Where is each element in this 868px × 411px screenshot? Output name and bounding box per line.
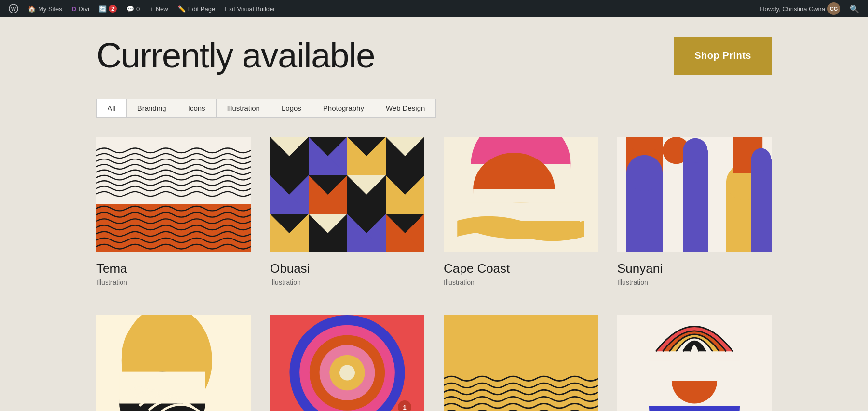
- item-category-sunyani: Illustration: [617, 278, 772, 286]
- thumbnail-obuasi: [270, 137, 424, 252]
- comments-count: 0: [136, 5, 140, 13]
- portfolio-item-6[interactable]: 1: [270, 315, 424, 411]
- svg-point-56: [683, 138, 707, 163]
- plus-icon: +: [149, 5, 153, 13]
- my-sites-icon: 🏠: [28, 5, 36, 13]
- divi-icon: D: [72, 5, 76, 13]
- updates-icon: 🔄: [99, 5, 107, 13]
- filter-tab-all[interactable]: All: [97, 99, 127, 117]
- svg-rect-79: [672, 358, 717, 381]
- admin-bar: W 🏠 My Sites D Divi 🔄 2 💬 0 + New ✏️ Edi…: [0, 0, 868, 17]
- main-content: Currently available Shop Prints All Bran…: [0, 17, 868, 411]
- portfolio-item-5[interactable]: [96, 315, 251, 411]
- thumbnail-cape-coast: [444, 137, 598, 252]
- new-label: New: [156, 5, 168, 13]
- svg-point-52: [626, 155, 663, 191]
- item-title-obuasi: Obuasi: [270, 261, 424, 276]
- thumbnail-7: [444, 315, 598, 411]
- page-title: Currently available: [96, 37, 375, 75]
- pencil-icon: ✏️: [178, 5, 186, 13]
- my-sites-button[interactable]: 🏠 My Sites: [23, 0, 67, 17]
- item-title-sunyani: Sunyani: [617, 261, 772, 276]
- item-category-cape-coast: Illustration: [444, 278, 598, 286]
- svg-text:W: W: [11, 6, 16, 12]
- thumbnail-tema: [96, 137, 251, 252]
- comments-button[interactable]: 💬 0: [122, 0, 145, 17]
- thumbnail-6: 1: [270, 315, 424, 411]
- portfolio-grid: Tema Illustration: [96, 137, 772, 411]
- portfolio-item-tema[interactable]: Tema Illustration: [96, 137, 251, 286]
- wp-logo-button[interactable]: W: [4, 0, 23, 17]
- filter-tab-illustration[interactable]: Illustration: [217, 99, 271, 117]
- portfolio-item-7[interactable]: [444, 315, 598, 411]
- item-category-obuasi: Illustration: [270, 278, 424, 286]
- svg-rect-61: [751, 159, 772, 252]
- user-greeting[interactable]: Howdy, Christina Gwira CG: [755, 2, 845, 15]
- thumbnail-8: [617, 315, 772, 411]
- exit-visual-builder-button[interactable]: Exit Visual Builder: [220, 0, 280, 17]
- svg-point-73: [339, 365, 355, 381]
- shop-prints-button[interactable]: Shop Prints: [674, 37, 772, 75]
- avatar: CG: [827, 2, 840, 15]
- my-sites-label: My Sites: [38, 5, 62, 13]
- portfolio-item-8[interactable]: [617, 315, 772, 411]
- filter-tab-icons[interactable]: Icons: [177, 99, 217, 117]
- comments-icon: 💬: [126, 5, 134, 13]
- edit-page-label: Edit Page: [188, 5, 215, 13]
- filter-tab-web-design[interactable]: Web Design: [375, 99, 435, 117]
- exit-vb-label: Exit Visual Builder: [225, 5, 275, 13]
- portfolio-item-obuasi[interactable]: Obuasi Illustration: [270, 137, 424, 286]
- divi-button[interactable]: D Divi: [67, 0, 94, 17]
- admin-bar-right: Howdy, Christina Gwira CG 🔍: [755, 2, 864, 15]
- item-title-cape-coast: Cape Coast: [444, 261, 598, 276]
- svg-rect-55: [683, 150, 708, 252]
- item-category-tema: Illustration: [96, 278, 251, 286]
- thumbnail-5: [96, 315, 251, 411]
- divi-label: Divi: [79, 5, 89, 13]
- svg-rect-57: [708, 137, 726, 252]
- edit-page-button[interactable]: ✏️ Edit Page: [173, 0, 220, 17]
- portfolio-item-sunyani[interactable]: Sunyani Illustration: [617, 137, 772, 286]
- item-title-tema: Tema: [96, 261, 251, 276]
- page-header: Currently available Shop Prints: [96, 37, 772, 75]
- updates-button[interactable]: 🔄 2: [94, 0, 122, 17]
- filter-tabs: All Branding Icons Illustration Logos Ph…: [96, 99, 436, 118]
- updates-badge: 2: [109, 5, 117, 13]
- notification-6: 1: [398, 400, 420, 411]
- portfolio-item-cape-coast[interactable]: Cape Coast Illustration: [444, 137, 598, 286]
- svg-point-62: [751, 148, 771, 171]
- greeting-text: Howdy, Christina Gwira: [760, 5, 825, 13]
- thumbnail-sunyani: [617, 137, 772, 252]
- new-button[interactable]: + New: [145, 0, 173, 17]
- filter-tab-photography[interactable]: Photography: [312, 99, 375, 117]
- filter-tab-branding[interactable]: Branding: [127, 99, 177, 117]
- filter-tab-logos[interactable]: Logos: [271, 99, 312, 117]
- notif-count-badge: 1: [398, 400, 411, 411]
- search-icon[interactable]: 🔍: [845, 4, 864, 13]
